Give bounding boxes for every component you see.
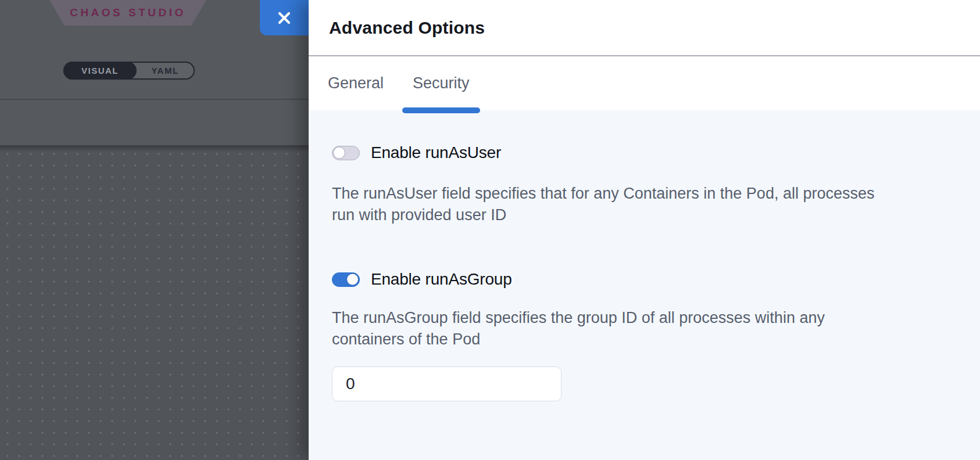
screen: CHAOS STUDIO VISUAL YAML Advanced Option… xyxy=(0,0,980,460)
description-line: The runAsGroup field specifies the group… xyxy=(332,307,957,329)
drawer-header: Advanced Options xyxy=(309,0,980,55)
run-as-user-group: Enable runAsUser The runAsUser field spe… xyxy=(332,143,957,226)
drawer-tabs: General Security xyxy=(309,56,980,110)
switch-knob xyxy=(346,274,359,286)
tab-security[interactable]: Security xyxy=(402,56,480,110)
run-as-group-label: Enable runAsGroup xyxy=(371,270,512,289)
advanced-options-drawer: Advanced Options General Security Enable… xyxy=(309,0,980,460)
header-divider xyxy=(0,99,309,100)
description-line: run with provided user ID xyxy=(332,204,957,226)
close-drawer-button[interactable] xyxy=(260,0,309,35)
run-as-group-value-input[interactable] xyxy=(332,366,561,401)
tab-general[interactable]: General xyxy=(317,56,394,110)
run-as-user-switch[interactable] xyxy=(332,146,360,160)
run-as-user-row: Enable runAsUser xyxy=(332,143,957,162)
run-as-group-description: The runAsGroup field specifies the group… xyxy=(332,307,957,350)
tab-visual[interactable]: VISUAL xyxy=(63,62,137,80)
dimmed-app-background: CHAOS STUDIO VISUAL YAML xyxy=(0,0,309,460)
drawer-title: Advanced Options xyxy=(329,18,485,38)
close-icon xyxy=(276,10,292,26)
run-as-group-switch[interactable] xyxy=(332,272,360,287)
description-line: The runAsUser field specifies that for a… xyxy=(332,183,957,204)
switch-knob xyxy=(333,147,345,159)
tab-yaml[interactable]: YAML xyxy=(137,63,194,78)
security-tab-content: Enable runAsUser The runAsUser field spe… xyxy=(309,110,980,460)
visual-yaml-toggle[interactable]: VISUAL YAML xyxy=(63,62,195,80)
run-as-group-row: Enable runAsGroup xyxy=(332,270,957,289)
run-as-user-description: The runAsUser field specifies that for a… xyxy=(332,183,957,226)
run-as-group-group: Enable runAsGroup The runAsGroup field s… xyxy=(332,270,957,401)
run-as-user-label: Enable runAsUser xyxy=(371,143,501,162)
chaos-studio-canvas[interactable] xyxy=(0,145,309,460)
brand-banner: CHAOS STUDIO xyxy=(49,0,206,26)
description-line: containers of the Pod xyxy=(332,329,957,350)
brand-title: CHAOS STUDIO xyxy=(70,6,186,19)
